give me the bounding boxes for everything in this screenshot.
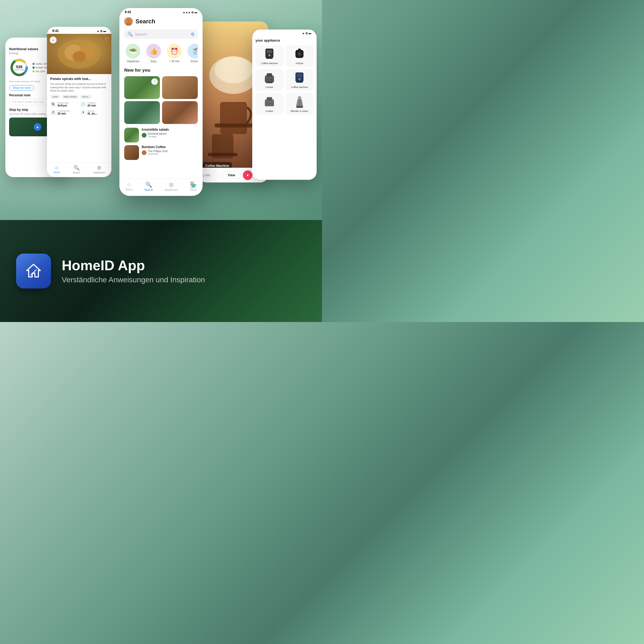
recipe-list-salads: Irresistible salads KitchenExplorer Crea… — [124, 128, 198, 142]
appliance-airfryer[interactable]: Airfryer — [286, 45, 313, 67]
fat-label: Fat — [36, 70, 39, 73]
salad-card-3[interactable] — [162, 101, 198, 124]
search-bottom-nav: ⌂ Home 🔍 Search ⊞ Appliances 🏪 Shop — [119, 178, 203, 196]
coffee-thumb — [124, 145, 139, 160]
airfryer-icon-right — [293, 47, 306, 61]
svg-rect-37 — [267, 97, 272, 101]
cook-value: 20 min — [57, 112, 70, 115]
svg-rect-40 — [298, 96, 301, 100]
salad-card-2[interactable] — [124, 101, 160, 124]
airfryer-name: Airfryer — [296, 62, 303, 65]
tag-one: One p... — [80, 95, 92, 99]
recipe-time: 9:41 — [52, 29, 59, 33]
svg-point-33 — [298, 78, 301, 80]
appliance-coffee-machine-2[interactable]: Coffee Machine — [286, 69, 313, 91]
kcal-value: 538 — [14, 65, 24, 68]
coffee-card-1[interactable] — [162, 76, 198, 99]
svg-point-9 — [127, 19, 130, 22]
coffee-machine-text: Coffee Machine — [205, 164, 229, 168]
play-button[interactable]: ▶ — [34, 123, 41, 131]
recipe-type-value: Airfryer — [57, 104, 69, 107]
recipe-meta: 🍳 Recipe type Airfryer 🕐 Prepara... 20 m… — [50, 101, 108, 115]
cooker-name-2: Cooker — [265, 110, 273, 112]
nav-home-recipe[interactable]: ⌂ Home — [53, 165, 60, 174]
play-icon: ▶ — [37, 126, 39, 129]
svg-rect-32 — [297, 74, 302, 77]
user-avatar — [124, 17, 133, 26]
center-shop-label: Shop — [190, 188, 196, 191]
category-easy[interactable]: 👍 Easy — [145, 44, 162, 63]
svg-rect-34 — [296, 81, 303, 83]
search-time: 9:41 — [125, 10, 131, 14]
appliance-cooker-2[interactable]: Cooker — [255, 93, 283, 115]
app-branding-text: HomeID App Verständliche Anweisungen und… — [62, 258, 205, 284]
view-button[interactable]: View — [222, 171, 241, 179]
recipe-image: ‹ ♡ — [47, 34, 111, 74]
donut-chart: 538 kcal/serving — [9, 57, 29, 78]
category-pills: 🥗 Vegetarian 👍 Easy ⏰ < 30 min 🥤 Smooth — [124, 44, 198, 63]
status-bar-recipe: 9:41 ▲ ◎ ▬ — [47, 27, 111, 34]
easy-circle: 👍 — [146, 44, 161, 58]
access-label: Access... — [87, 110, 97, 112]
filter-icon[interactable]: ⚙ — [191, 32, 195, 37]
home-icon: ⌂ — [55, 165, 58, 170]
svg-rect-15 — [215, 123, 252, 127]
like-button[interactable]: ♥ — [243, 170, 253, 180]
center-appliances-icon: ⊞ — [169, 181, 174, 188]
salad-author-avatar — [142, 133, 147, 138]
heart-button[interactable]: ♡ — [104, 36, 109, 42]
nav-search-recipe[interactable]: 🔍 Search — [73, 165, 81, 174]
search-nav-icon: 🔍 — [74, 165, 79, 171]
recipe-description: You and your family love potatoes but yo… — [50, 82, 108, 93]
coffee-machine-name-2: Coffee Machine — [291, 86, 308, 89]
category-vegetarian[interactable]: 🥗 Vegetarian — [124, 44, 142, 63]
appliances-content: your appliance Coffee Machine — [252, 36, 317, 117]
salad-card-1[interactable]: ♡ — [124, 76, 160, 99]
nav-appliances-recipe[interactable]: ⊞ Appliances — [93, 165, 105, 174]
salad-info: Irresistible salads KitchenExplorer Crea… — [142, 128, 198, 138]
search-bar[interactable]: 🔍 Search ⚙ — [124, 30, 198, 39]
new-for-you-title: New for you — [124, 68, 198, 73]
protein-dot — [32, 67, 35, 69]
recipe-title: Potato spirals with tzat... — [50, 77, 108, 81]
meta-prep-info: Prepara... 20 min — [87, 102, 97, 107]
coffee-author-action: Favorited — [148, 153, 167, 155]
kcal-unit: kcal/serving — [14, 68, 24, 70]
center-nav-search[interactable]: 🔍 Search — [144, 181, 153, 191]
show-more-button[interactable]: Show me more — [9, 85, 34, 91]
tag-lunch: Lunch — [50, 95, 60, 99]
cooker-icon-1 — [263, 71, 276, 85]
recipe-status-icons: ▲ ◎ ▬ — [97, 30, 106, 32]
prep-icon: 🕐 — [80, 101, 86, 107]
access-icon: ℹ — [80, 109, 86, 115]
appliances-status-icons: ▲ ◎ ▬ — [302, 32, 311, 35]
card-heart-1[interactable]: ♡ — [151, 78, 158, 85]
app-logo-svg — [23, 260, 44, 282]
center-nav-home[interactable]: ⌂ Home — [125, 181, 133, 191]
coffee-author-row: The Philips Chef Favorited — [142, 150, 198, 155]
svg-rect-21 — [266, 57, 273, 59]
salad-author-row: KitchenExplorer Created — [142, 132, 198, 138]
carbs-label: Carbs — [36, 63, 42, 65]
category-quick[interactable]: ⏰ < 30 min — [166, 44, 183, 63]
recipe-tags: Lunch Main courses One p... — [50, 95, 108, 99]
center-home-icon: ⌂ — [127, 181, 131, 188]
blender-icon — [293, 95, 306, 108]
cook-label: Cooking time — [57, 110, 70, 112]
center-nav-shop[interactable]: 🏪 Shop — [190, 181, 197, 191]
status-bar-appliances: ▲ ◎ ▬ — [252, 30, 317, 36]
meta-access: ℹ Access... XL do... — [80, 109, 108, 115]
svg-rect-26 — [298, 49, 301, 51]
bottom-branding: HomeID App Verständliche Anweisungen und… — [0, 220, 322, 322]
center-nav-appliances[interactable]: ⊞ Appliances — [165, 181, 178, 191]
appliance-cooker-1[interactable]: Cooker — [255, 69, 283, 91]
appliance-coffee-machine-1[interactable]: Coffee Machine — [255, 45, 283, 67]
cooker-icon-2 — [263, 95, 276, 108]
salad-thumb — [124, 128, 139, 142]
meta-prep: 🕐 Prepara... 20 min — [80, 101, 108, 107]
svg-rect-19 — [267, 50, 272, 53]
back-button[interactable]: ‹ — [50, 36, 57, 43]
search-input[interactable]: Search — [135, 32, 189, 36]
category-smooth[interactable]: 🥤 Smooth — [186, 44, 198, 63]
appliance-blender[interactable]: Blender & Juicer — [286, 93, 313, 115]
